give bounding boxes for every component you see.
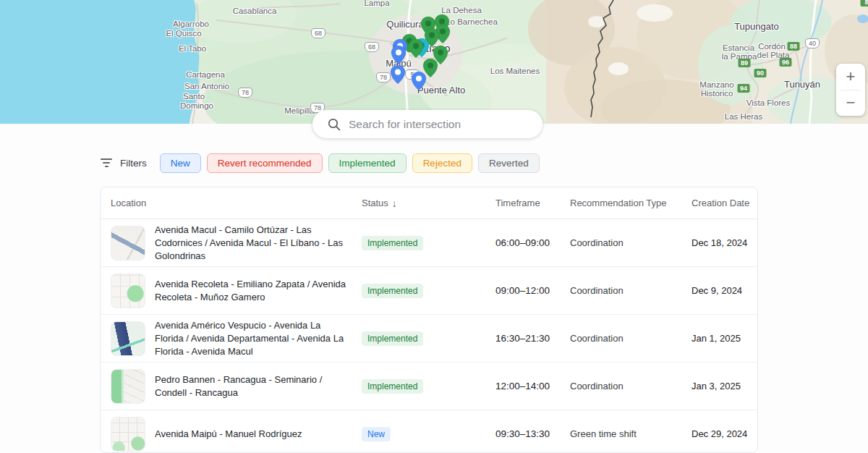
filter-chip[interactable]: Rejected <box>412 153 472 173</box>
recommendation-type-value: Coordination <box>560 237 681 248</box>
recommendation-type-value: Coordination <box>560 333 681 344</box>
traffic-recommendations-page: Casablanca Algarrobo El Quisco El Tabo C… <box>0 0 868 453</box>
location-thumbnail <box>111 369 145 404</box>
recommendation-type-value: Coordination <box>560 285 681 296</box>
status-badge: Implemented <box>362 331 423 346</box>
location-name: Avenida Macul - Camilo Ortúzar - Las Cod… <box>155 224 349 263</box>
table-row[interactable]: Avenida Macul - Camilo Ortúzar - Las Cod… <box>101 219 757 267</box>
timeframe-value: 16:30–21:30 <box>485 333 560 344</box>
location-name: Pedro Bannen - Rancagua - Seminario / Co… <box>155 373 349 399</box>
col-header-timeframe[interactable]: Timeframe <box>485 198 560 208</box>
map-zoom-control: + − <box>836 64 865 116</box>
filter-chip[interactable]: Implemented <box>328 153 407 173</box>
map-terrain <box>0 0 868 124</box>
search-icon <box>327 117 341 132</box>
creation-date-value: Dec 29, 2024 <box>681 428 757 439</box>
table-row[interactable]: Pedro Bannen - Rancagua - Seminario / Co… <box>101 363 757 410</box>
filters-label: Filters <box>120 158 147 169</box>
table-row[interactable]: Avenida Recoleta - Emiliano Zapata / Ave… <box>101 267 757 315</box>
status-badge: Implemented <box>362 284 423 298</box>
col-header-recommendation-type[interactable]: Recommendation Type <box>560 198 681 208</box>
filter-chip[interactable]: New <box>160 153 201 173</box>
intersection-search-bar[interactable] <box>312 110 542 138</box>
timeframe-value: 09:30–13:30 <box>485 428 560 439</box>
filter-chip[interactable]: Revert recommended <box>207 153 323 173</box>
creation-date-value: Dec 18, 2024 <box>681 237 757 248</box>
zoom-out-button[interactable]: − <box>836 90 865 117</box>
filters-toolbar: Filters New Revert recommended Implement… <box>100 153 868 173</box>
table-body: Avenida Macul - Camilo Ortúzar - Las Cod… <box>101 219 757 453</box>
table-row[interactable]: Avenida Américo Vespucio - Avenida La Fl… <box>101 315 757 363</box>
col-header-status[interactable]: Status ↓ <box>352 198 485 209</box>
timeframe-value: 09:00–12:00 <box>485 285 560 296</box>
creation-date-value: Jan 3, 2025 <box>681 381 757 391</box>
location-name: Avenida Américo Vespucio - Avenida La Fl… <box>155 319 349 358</box>
col-header-creation-date[interactable]: Creation Date <box>681 198 757 208</box>
creation-date-value: Dec 9, 2024 <box>681 285 757 296</box>
recommendation-type-value: Coordination <box>560 381 681 391</box>
recommendations-table: Location Status ↓ Timeframe Recommendati… <box>100 187 758 453</box>
location-thumbnail <box>111 417 145 452</box>
recommendation-type-value: Green time shift <box>560 428 681 439</box>
location-name: Avenida Maipú - Manuel Rodríguez <box>155 428 302 441</box>
search-input[interactable] <box>349 118 532 131</box>
timeframe-value: 12:00–14:00 <box>485 381 560 391</box>
filter-chip[interactable]: Reverted <box>478 153 540 173</box>
location-name: Avenida Recoleta - Emiliano Zapata / Ave… <box>155 278 349 304</box>
location-thumbnail <box>111 274 145 308</box>
table-header-row: Location Status ↓ Timeframe Recommendati… <box>101 187 757 219</box>
status-badge: New <box>362 427 391 441</box>
map-canvas[interactable]: Casablanca Algarrobo El Quisco El Tabo C… <box>0 0 868 124</box>
status-header-label: Status <box>362 198 388 208</box>
location-thumbnail <box>111 226 145 261</box>
table-row[interactable]: Avenida Maipú - Manuel Rodríguez New 09:… <box>101 410 757 453</box>
col-header-location[interactable]: Location <box>101 198 352 208</box>
creation-date-value: Jan 1, 2025 <box>681 333 757 344</box>
zoom-in-button[interactable]: + <box>836 64 865 90</box>
sort-descending-icon[interactable]: ↓ <box>392 198 397 209</box>
status-badge: Implemented <box>362 236 423 250</box>
status-badge: Implemented <box>362 379 423 394</box>
timeframe-value: 06:00–09:00 <box>485 237 560 248</box>
filter-icon <box>100 158 113 167</box>
location-thumbnail <box>111 321 145 356</box>
